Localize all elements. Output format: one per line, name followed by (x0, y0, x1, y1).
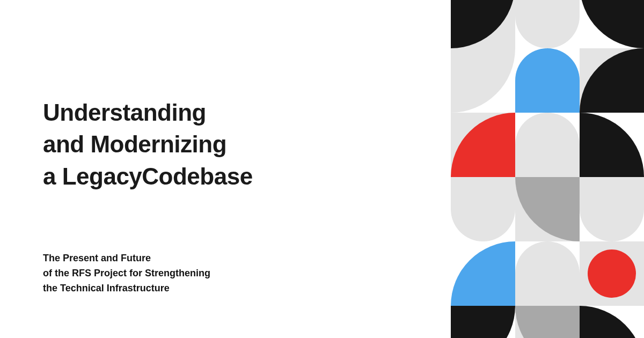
subtitle-line-2: of the RFS Project for Strengthening (43, 268, 210, 278)
art-shape (515, 0, 580, 48)
title-line-2: and Modernizing (43, 131, 226, 157)
art-shape (580, 0, 644, 48)
title-line-3: a LegacyCodebase (43, 163, 253, 189)
art-quarter (580, 306, 644, 338)
art-shape (451, 48, 515, 113)
text-area: Understanding and Modernizing a LegacyCo… (43, 97, 376, 296)
art-quarter (580, 0, 644, 48)
art-quarter (451, 48, 515, 113)
art-shape (580, 177, 644, 241)
art-circle (588, 249, 636, 298)
art-shape (451, 241, 515, 306)
art-shape (580, 241, 644, 306)
art-shape (515, 241, 580, 306)
art-shape (515, 48, 580, 113)
art-quarter (451, 177, 515, 241)
subtitle-line-3: the Technical Infrastructure (43, 283, 170, 293)
art-quarter (515, 113, 580, 177)
art-shape (451, 177, 515, 241)
art-shape (580, 306, 644, 338)
decorative-art (451, 0, 644, 338)
art-quarter (515, 241, 580, 306)
art-shape (451, 0, 515, 48)
art-shape (451, 113, 515, 177)
art-quarter (515, 306, 580, 338)
art-quarter (580, 177, 644, 241)
art-shape (451, 306, 515, 338)
art-shape (515, 306, 580, 338)
art-shape (515, 177, 580, 241)
art-quarter (580, 113, 644, 177)
art-quarter (451, 241, 515, 306)
subtitle-line-1: The Present and Future (43, 253, 151, 263)
page-title: Understanding and Modernizing a LegacyCo… (43, 97, 376, 192)
art-shape (580, 113, 644, 177)
art-shape (580, 48, 644, 113)
art-quarter (451, 306, 515, 338)
title-line-1: Understanding (43, 99, 206, 126)
art-semi (515, 0, 580, 48)
art-semi (515, 48, 580, 113)
subtitle: The Present and Future of the RFS Projec… (43, 251, 376, 296)
art-shape (515, 113, 580, 177)
